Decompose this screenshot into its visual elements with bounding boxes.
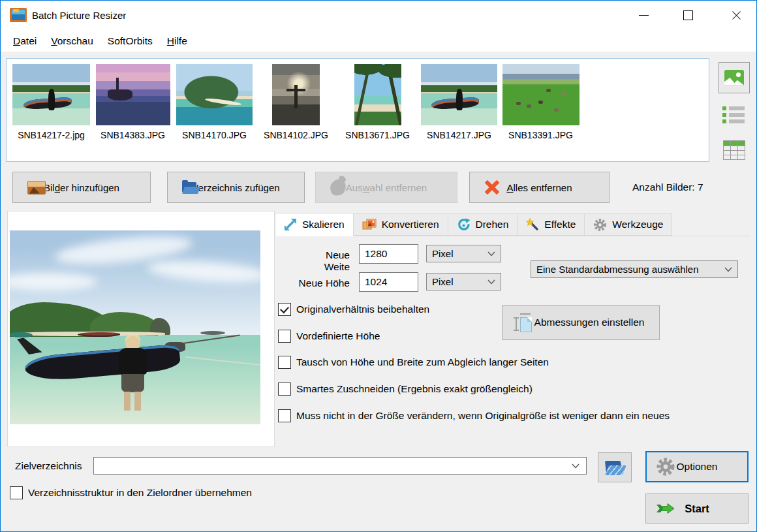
- select-value: Pixel: [432, 276, 454, 287]
- button-label: Bilder hinzufügen: [44, 182, 119, 193]
- close-button[interactable]: [721, 1, 751, 30]
- menu-softorbits[interactable]: SoftOrbits: [102, 33, 159, 50]
- checkbox-keep-structure[interactable]: Verzeichnisstruktur in den Zielordner üb…: [10, 486, 252, 499]
- open-folder-icon: [605, 460, 625, 475]
- checkbox-no-upscale[interactable]: Muss nicht in der Größe verändern, wenn …: [278, 409, 670, 422]
- thumbnail-filename: SNB14102.JPG: [264, 130, 328, 140]
- select-value: Eine Standardabmessung auswählen: [536, 264, 699, 275]
- tab-label: Effekte: [544, 219, 576, 230]
- preview-panel: [7, 211, 275, 447]
- checkbox-smart-crop[interactable]: Smartes Zuschneiden (Ergebnis exakt größ…: [278, 383, 533, 396]
- thumbnail-filename: SNB14217.JPG: [427, 130, 491, 140]
- thumbnail-filename: SNB14217-2.jpg: [18, 130, 85, 140]
- thumbnail-image: [96, 64, 170, 125]
- height-label: Neue Höhe: [298, 277, 350, 289]
- button-label: Alles entfernen: [506, 182, 572, 193]
- list-item[interactable]: SNB14383.JPG: [93, 64, 172, 161]
- label-key: D: [13, 35, 20, 46]
- maximize-icon: [683, 10, 693, 20]
- target-dir-combobox[interactable]: [93, 457, 587, 475]
- checkbox-label: Vordefinierte Höhe: [296, 330, 380, 342]
- remove-all-button[interactable]: Alles entfernen: [469, 172, 610, 203]
- list-view-button[interactable]: [722, 103, 747, 127]
- start-button[interactable]: Start: [645, 493, 749, 524]
- list-item[interactable]: SNB14170.JPG: [175, 64, 254, 161]
- list-item[interactable]: SNB14217-2.jpg: [12, 64, 91, 161]
- tab-konvertieren[interactable]: Konvertieren: [354, 213, 448, 236]
- set-dimensions-button[interactable]: Abmessungen einstellen: [502, 305, 660, 340]
- chevron-down-icon: [487, 279, 495, 285]
- minimize-button[interactable]: [628, 1, 658, 30]
- thumbnail-image: [12, 64, 90, 125]
- add-images-icon: [27, 181, 46, 195]
- button-label: Abmessungen einstellen: [534, 317, 645, 328]
- convert-photos-icon: [362, 218, 377, 231]
- checkbox-box: [278, 383, 291, 396]
- checkbox-box: [278, 303, 291, 316]
- width-input[interactable]: [359, 244, 418, 264]
- label-key: V: [51, 35, 57, 46]
- image-list-panel: SNB14217-2.jpg SNB14383.JPG SNB14170.JPG…: [6, 58, 709, 162]
- remove-selection-button: Auswahl entfernen: [315, 172, 457, 203]
- checkbox-swap-sides[interactable]: Tausch von Höhe und Breite zum Abgleich …: [278, 356, 549, 369]
- table-view-button[interactable]: [723, 140, 745, 160]
- tab-skalieren[interactable]: Skalieren: [275, 213, 354, 236]
- thumbnail-filename: SNB13391.JPG: [508, 130, 573, 140]
- target-dir-label: Zielverzeichnis: [15, 460, 82, 472]
- tab-werkzeuge[interactable]: Werkzeuge: [585, 213, 672, 236]
- label-pre: SoftOrbits: [108, 35, 153, 46]
- thumbnail-image: [272, 64, 320, 125]
- thumbnail-view-button[interactable]: [718, 62, 750, 93]
- rotate-icon: [457, 218, 471, 232]
- label-rest: orschau: [57, 35, 93, 46]
- window-title: Batch Picture Resizer: [32, 1, 126, 30]
- preset-dimension-select[interactable]: Eine Standardabmessung auswählen: [531, 260, 738, 278]
- button-label: Verzeichnis zufügen: [192, 182, 279, 193]
- checkbox-keep-ratio[interactable]: Originalverhältnis beibehalten: [278, 303, 429, 316]
- tab-label: Drehen: [476, 219, 509, 230]
- options-button[interactable]: Optionen: [645, 451, 749, 482]
- label-key: H: [167, 35, 174, 46]
- chevron-down-icon: [572, 463, 579, 469]
- tab-effekte[interactable]: Effekte: [518, 213, 585, 236]
- label-rest: ilfe: [174, 35, 187, 46]
- menu-datei[interactable]: Datei: [7, 33, 42, 50]
- checkbox-box: [278, 330, 291, 343]
- remove-all-icon: [484, 180, 500, 195]
- maximize-button[interactable]: [673, 1, 703, 30]
- checkbox-box: [278, 356, 291, 369]
- label-rest: atei: [20, 35, 37, 46]
- gear-icon: [656, 457, 675, 477]
- browse-folder-button[interactable]: [598, 452, 632, 482]
- width-unit-select[interactable]: Pixel: [426, 245, 501, 262]
- checkbox-label: Originalverhältnis beibehalten: [296, 304, 429, 315]
- list-view-icon: [722, 106, 747, 110]
- height-unit-select[interactable]: Pixel: [426, 273, 501, 290]
- thumbnail-image: [421, 64, 497, 125]
- thumbnail-image: [354, 64, 401, 125]
- add-images-button[interactable]: Bilder hinzufügen: [12, 172, 151, 203]
- list-item[interactable]: SNB14217.JPG: [420, 64, 499, 161]
- tab-bar: Skalieren Konvertieren Drehen Effekte We…: [275, 213, 750, 236]
- add-folder-button[interactable]: Verzeichnis zufügen: [167, 172, 305, 203]
- chevron-down-icon: [724, 267, 732, 272]
- preview-image: [10, 230, 260, 424]
- button-label: Optionen: [677, 461, 718, 473]
- menu-bar: Datei Vorschau SoftOrbits Hilfe: [1, 30, 756, 52]
- list-item[interactable]: SNB13671.JPG: [338, 64, 417, 161]
- tab-drehen[interactable]: Drehen: [448, 213, 518, 236]
- thumbnail-filename: SNB14383.JPG: [100, 130, 165, 140]
- checkbox-predefined-height[interactable]: Vordefinierte Höhe: [278, 330, 380, 343]
- start-arrow-icon: [655, 501, 676, 516]
- app-icon: [10, 8, 27, 22]
- menu-vorschau[interactable]: Vorschau: [45, 33, 99, 50]
- remove-selection-icon: [329, 178, 347, 196]
- list-item[interactable]: SNB13391.JPG: [501, 64, 580, 161]
- checkbox-label: Muss nicht in der Größe verändern, wenn …: [296, 410, 670, 422]
- list-item[interactable]: SNB14102.JPG: [256, 64, 335, 161]
- menu-hilfe[interactable]: Hilfe: [161, 33, 193, 50]
- height-input[interactable]: [359, 272, 418, 292]
- checkbox-box: [278, 409, 291, 422]
- minimize-icon: [639, 15, 649, 16]
- magic-wand-icon: [526, 218, 539, 231]
